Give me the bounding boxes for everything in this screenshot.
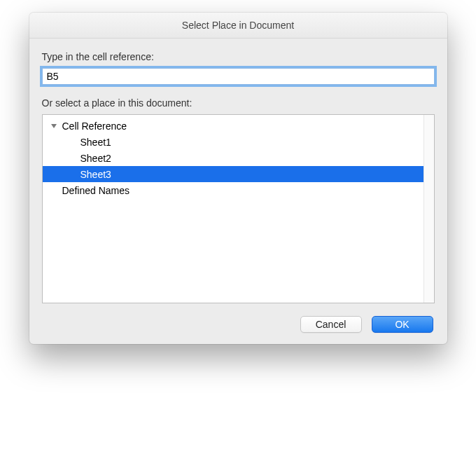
svg-marker-0	[51, 124, 57, 128]
cell-reference-label: Type in the cell reference:	[42, 51, 435, 62]
triangle-down-icon[interactable]	[50, 122, 58, 130]
tree-item-sheet3-label: Sheet3	[80, 169, 111, 180]
place-tree-container: Cell Reference Sheet1 Sheet2 Sheet3 Defi…	[42, 114, 435, 303]
tree-group-cell-reference[interactable]: Cell Reference	[43, 118, 424, 134]
tree-group-cell-reference-label: Cell Reference	[62, 121, 127, 132]
dialog-select-place: Select Place in Document Type in the cel…	[29, 13, 447, 344]
tree-group-defined-names-label: Defined Names	[62, 185, 130, 196]
tree-item-sheet2[interactable]: Sheet2	[43, 150, 424, 166]
or-select-label: Or select a place in this document:	[42, 97, 435, 109]
ok-button[interactable]: OK	[372, 316, 433, 333]
tree-item-sheet1-label: Sheet1	[80, 137, 111, 148]
dialog-content: Type in the cell reference: Or select a …	[29, 39, 447, 344]
vertical-scrollbar[interactable]	[424, 115, 435, 303]
window-title: Select Place in Document	[182, 20, 294, 31]
tree-item-sheet2-label: Sheet2	[80, 153, 111, 164]
cancel-button[interactable]: Cancel	[300, 316, 362, 333]
cell-reference-input-wrap	[42, 68, 435, 85]
tree-item-sheet1[interactable]: Sheet1	[43, 134, 424, 150]
tree-group-defined-names[interactable]: Defined Names	[43, 182, 424, 198]
tree-item-sheet3[interactable]: Sheet3	[43, 166, 424, 182]
cell-reference-input[interactable]	[42, 68, 435, 85]
place-tree[interactable]: Cell Reference Sheet1 Sheet2 Sheet3 Defi…	[43, 115, 424, 303]
titlebar: Select Place in Document	[29, 13, 447, 39]
dialog-buttons: Cancel OK	[42, 316, 435, 333]
